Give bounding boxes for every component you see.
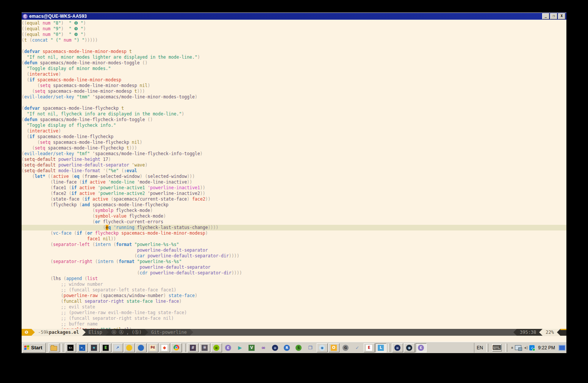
code-line: (car powerline-default-separator-dir)))) <box>22 253 566 259</box>
taskbar-buttons: C:\>_◆E↗P4◆#ⅲ≡Ɛ▶V∞≡RS❐◉OG✓EL≡◉Ɛ <box>48 343 427 352</box>
code-line: ((equal num "0") " ❿ ") <box>22 32 566 37</box>
app-red-e-icon: E <box>366 345 372 351</box>
taskbar-app-play-store[interactable]: ▶ <box>235 343 246 352</box>
taskbar-app-infinity[interactable]: ∞ <box>258 343 269 352</box>
app-emacs-active-icon: Ɛ <box>418 345 424 351</box>
taskbar-app-r[interactable]: R <box>281 343 292 352</box>
code-line: ;; (funcall separator-left state-face fa… <box>22 287 566 293</box>
taskbar-clock[interactable]: 9:22 PM <box>538 345 555 350</box>
taskbar-app-outlook[interactable]: O <box>328 343 339 352</box>
code-line: powerline-default-separator <box>22 265 566 270</box>
taskbar-app-perforce[interactable]: P4 <box>147 343 158 352</box>
start-button[interactable]: Start <box>22 343 46 353</box>
code-line <box>22 100 566 106</box>
modeline-buffer-info[interactable]: - 59k packages.el <box>35 329 82 336</box>
taskbar-app-remote-pc[interactable]: ↗ <box>112 343 123 352</box>
close-button[interactable]: X <box>558 13 565 19</box>
tray-expand-icon[interactable]: » <box>510 346 514 349</box>
taskbar-app-cyberduck[interactable] <box>124 343 135 352</box>
app-outlook-icon: O <box>331 345 337 351</box>
modeline-end-cap[interactable] <box>560 329 566 336</box>
minimize-button[interactable]: _ <box>542 13 549 19</box>
code-line: ;; (funcall separator-right state-face n… <box>22 316 566 321</box>
taskbar-app-snake[interactable]: S <box>293 343 304 352</box>
taskbar-app-dual-screens[interactable]: ❐ <box>305 343 316 352</box>
window-title: emacs@QUE-WKS-AA593 <box>29 14 87 19</box>
powerline-separator <box>513 329 517 336</box>
window-titlebar[interactable]: Ɛ emacs@QUE-WKS-AA593 _ ❐ X <box>22 13 566 20</box>
restore-button[interactable]: ❐ <box>550 13 557 19</box>
app-media-icon: ◆ <box>91 345 97 351</box>
code-line: ;; evil state <box>22 304 566 310</box>
modeline-vc-branch[interactable]: Git-powerline <box>148 329 190 336</box>
windows-taskbar: Start C:\>_◆E↗P4◆#ⅲ≡Ɛ▶V∞≡RS❐◉OG✓EL≡◉Ɛ EN… <box>22 342 566 353</box>
code-buffer[interactable]: ((equal num "8") " ❽ ")((equal num "9") … <box>22 20 566 329</box>
taskbar-app-emacs-active[interactable]: Ɛ <box>416 343 427 352</box>
language-indicator[interactable]: EN <box>477 345 483 350</box>
taskbar-app-powershell[interactable]: >_ <box>77 343 88 352</box>
taskbar-app-media[interactable]: ◆ <box>89 343 100 352</box>
app-powershell-icon: >_ <box>79 345 85 351</box>
code-line: (lhs (append (list <box>22 276 566 282</box>
taskbar-app-v-bird[interactable]: ✓ <box>352 343 363 352</box>
modeline-filler[interactable] <box>193 329 513 336</box>
taskbar-app-gvim[interactable]: V <box>246 343 257 352</box>
code-line: (defvar spacemacs-mode-line-flycheckp t <box>22 106 566 111</box>
code-line: (t (concat " (" num ") "))))) <box>22 37 566 43</box>
text-cursor: e <box>106 225 108 230</box>
app-v-bird-icon: ✓ <box>354 345 360 351</box>
speaker-icon[interactable]: ◄) <box>523 346 527 350</box>
app-blue-sphere-icon <box>138 345 144 351</box>
windows-flag-icon <box>24 345 30 350</box>
code-line: (setq-default powerline-default-separato… <box>22 162 566 168</box>
taskbar-app-hash[interactable]: # <box>188 343 199 352</box>
code-line: ;; window number <box>22 282 566 287</box>
code-line: (defvar spacemacs-mode-line-minor-modesp… <box>22 49 566 54</box>
taskbar-app-chrome[interactable] <box>171 343 182 352</box>
modeline-major-mode[interactable]: Elisp <box>86 329 105 336</box>
chrome-icon <box>174 345 179 350</box>
taskbar-app-blue-sphere[interactable] <box>136 343 147 352</box>
keyboard-icon[interactable]: ⌨ <box>492 344 502 352</box>
modeline-position[interactable]: 395:38 <box>517 329 539 336</box>
echo-area[interactable] <box>22 336 566 342</box>
taskbar-app-l-blue[interactable]: L <box>375 343 386 352</box>
modeline-part: packages.el <box>49 329 79 336</box>
code-line: "If not nil, flycheck info are displayed… <box>22 111 566 117</box>
taskbar-app-eclipse[interactable]: ≡ <box>270 343 281 352</box>
taskbar-app-tiles[interactable]: ⅲ <box>199 343 210 352</box>
taskbar-app-emacs-terminal[interactable]: E <box>100 343 111 352</box>
modeline-minor-modes[interactable]: Ⓗ Ⓐ , (Ⓢ) <box>109 329 145 336</box>
taskbar-app-steam[interactable]: ◉ <box>404 343 415 352</box>
remote-desktop: Ɛ emacs@QUE-WKS-AA593 _ ❐ X ((equal num … <box>22 12 566 353</box>
network-icon[interactable] <box>515 345 521 350</box>
app-eye-icon: ◉ <box>319 345 325 351</box>
taskbar-app-eclipse-2[interactable]: ≡ <box>392 343 403 352</box>
emacs-window: Ɛ emacs@QUE-WKS-AA593 _ ❐ X ((equal num … <box>22 12 566 342</box>
app-emacs-sphere-icon: Ɛ <box>225 345 231 351</box>
code-line: (let* ((active (eq (frame-selected-windo… <box>22 174 566 179</box>
taskbar-app-red-e[interactable]: E <box>364 343 375 352</box>
powerline-modeline[interactable]: ❶- 59k packages.elElispⒽ Ⓐ , (Ⓢ)Git-powe… <box>22 329 566 336</box>
code-line: (defun spacemacs/mode-line-flycheck-info… <box>22 117 566 123</box>
taskbar-grip <box>61 344 63 352</box>
tray-divider <box>486 344 488 352</box>
app-cmd-icon: C:\ <box>67 345 74 351</box>
code-line: (state-face (if active (spacemacs/curren… <box>22 196 566 202</box>
emacs-app-icon: Ɛ <box>23 14 28 19</box>
taskbar-grip <box>388 344 390 352</box>
modeline-window-number[interactable]: ❶ <box>22 329 31 336</box>
taskbar-app-cmd[interactable]: C:\ <box>65 343 76 352</box>
modeline-scroll-percent[interactable]: 22% <box>543 329 557 336</box>
taskbar-app-gimp[interactable]: G <box>340 343 351 352</box>
dropbox-icon[interactable]: ✓ <box>529 345 535 350</box>
taskbar-quick-launch-folder[interactable] <box>48 343 59 352</box>
code-line: (symbol-value flycheck-mode) <box>22 213 566 219</box>
taskbar-app-emacs-sphere[interactable]: Ɛ <box>223 343 234 352</box>
code-line: (funcall separator-right state-face line… <box>22 299 566 304</box>
taskbar-app-red-diamond[interactable]: ◆ <box>159 343 170 352</box>
taskbar-app-eye[interactable]: ◉ <box>317 343 328 352</box>
show-desktop-icon[interactable] <box>558 345 566 351</box>
code-line <box>22 43 566 49</box>
taskbar-app-spotify[interactable]: ≡ <box>211 343 222 352</box>
